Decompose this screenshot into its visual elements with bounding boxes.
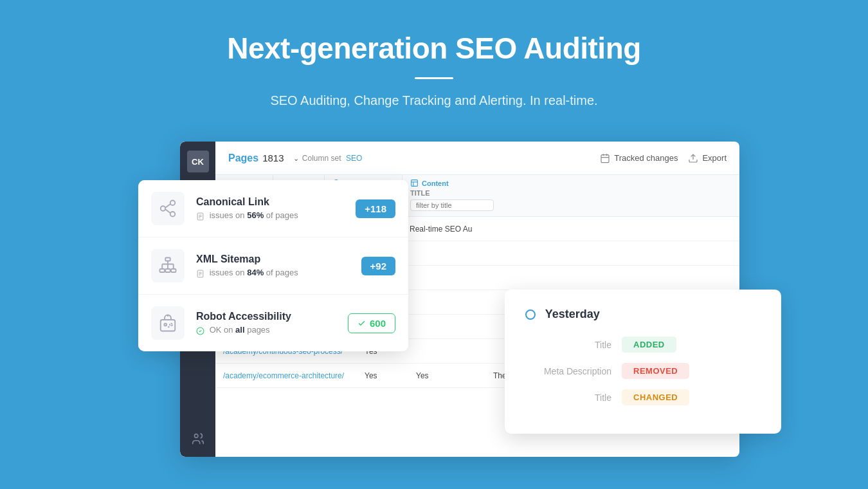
svg-line-15: [165, 209, 170, 213]
hero-divider: [415, 77, 453, 79]
header-actions: Tracked changes Export: [600, 153, 727, 163]
robot-icon-wrap: [151, 306, 185, 340]
robot-badge: 600: [348, 313, 395, 333]
content-group-title: Content: [402, 175, 505, 189]
panel-header: Pages 1813 ⌄ Column set SEO: [215, 142, 739, 175]
audit-card: Canonical Link issues on 56% of pages +1…: [138, 180, 408, 351]
ui-demo-container: CK Pages 1813 ⌄ Column set SEO: [145, 142, 723, 476]
svg-rect-33: [161, 320, 176, 331]
export-label: Export: [702, 153, 727, 163]
title-cell: Real-time SEO Au: [402, 225, 505, 234]
canonical-desc: issues on 56% of pages: [196, 210, 344, 220]
indexable-cell: Yes: [408, 371, 485, 380]
svg-rect-20: [165, 258, 170, 261]
timeline-dot: [525, 309, 536, 320]
title-col-header: TITLE: [402, 189, 505, 215]
change-field-label: Title: [525, 392, 622, 403]
changed-badge: CHANGED: [622, 389, 689, 405]
https-cell: Yes: [357, 371, 408, 380]
svg-rect-22: [165, 269, 170, 272]
sitemap-desc: issues on 84% of pages: [196, 268, 350, 277]
xml-sitemap-item: XML Sitemap issues on 84% of pages +92: [138, 237, 408, 295]
robot-icon: [158, 313, 177, 333]
users-icon[interactable]: [186, 427, 210, 450]
content-cols: TITLE: [402, 189, 505, 215]
change-row-meta-removed: Meta Description REMOVED: [525, 363, 761, 379]
export-button[interactable]: Export: [688, 153, 727, 163]
title-filter-input[interactable]: [410, 199, 494, 211]
check-icon: [357, 319, 366, 328]
change-row-title-changed: Title CHANGED: [525, 389, 761, 405]
svg-point-11: [161, 206, 166, 211]
robot-desc: OK on all pages: [196, 325, 336, 335]
canonical-icon: [158, 199, 177, 218]
svg-point-0: [194, 434, 198, 438]
svg-rect-1: [601, 154, 609, 162]
svg-rect-8: [411, 180, 418, 187]
hero-section: Next-generation SEO Auditing SEO Auditin…: [0, 0, 868, 108]
sitemap-icon: [158, 256, 177, 275]
robot-info: Robot Accessibility OK on all pages: [196, 311, 336, 335]
hero-subtitle: SEO Auditing, Change Tracking and Alerti…: [0, 93, 868, 108]
hero-title: Next-generation SEO Auditing: [0, 31, 868, 66]
canonical-badge: +118: [356, 199, 395, 218]
avatar: CK: [187, 151, 209, 172]
added-badge: ADDED: [622, 337, 676, 353]
svg-point-14: [170, 212, 176, 217]
url-cell: /academy/ecommerce-architecture/: [215, 371, 357, 380]
sitemap-name: XML Sitemap: [196, 254, 350, 265]
sitemap-info: XML Sitemap issues on 84% of pages: [196, 254, 350, 277]
content-group: Content TITLE: [402, 175, 505, 216]
removed-badge: REMOVED: [622, 363, 689, 379]
svg-point-12: [170, 201, 176, 206]
sitemap-badge: +92: [361, 257, 395, 275]
tracked-changes-button[interactable]: Tracked changes: [600, 153, 678, 163]
change-field-label: Title: [525, 340, 622, 350]
svg-point-34: [164, 324, 167, 326]
change-row-title-added: Title ADDED: [525, 337, 761, 353]
svg-rect-23: [171, 269, 176, 272]
pages-label: Pages: [228, 152, 258, 164]
sitemap-icon-wrap: [151, 249, 185, 282]
svg-rect-21: [160, 269, 165, 272]
canonical-link-item: Canonical Link issues on 56% of pages +1…: [138, 180, 408, 237]
doc-icon: [196, 212, 204, 221]
change-field-label: Meta Description: [525, 366, 622, 376]
change-date: Yesterday: [525, 308, 761, 321]
pages-count: 1813: [262, 152, 284, 163]
svg-point-35: [170, 324, 172, 326]
change-tracking-card: Yesterday Title ADDED Meta Description R…: [505, 290, 781, 434]
tracked-changes-label: Tracked changes: [614, 153, 678, 163]
svg-line-13: [165, 204, 170, 208]
robot-name: Robot Accessibility: [196, 311, 336, 322]
canonical-icon-wrap: [151, 192, 185, 225]
doc-icon: [196, 270, 204, 278]
robot-accessibility-item: Robot Accessibility OK on all pages 600: [138, 295, 408, 351]
check-circle-icon: [196, 327, 204, 335]
canonical-info: Canonical Link issues on 56% of pages: [196, 196, 344, 220]
column-set-value: SEO: [346, 154, 362, 163]
column-set-label: Column set: [302, 154, 341, 163]
canonical-name: Canonical Link: [196, 196, 344, 208]
